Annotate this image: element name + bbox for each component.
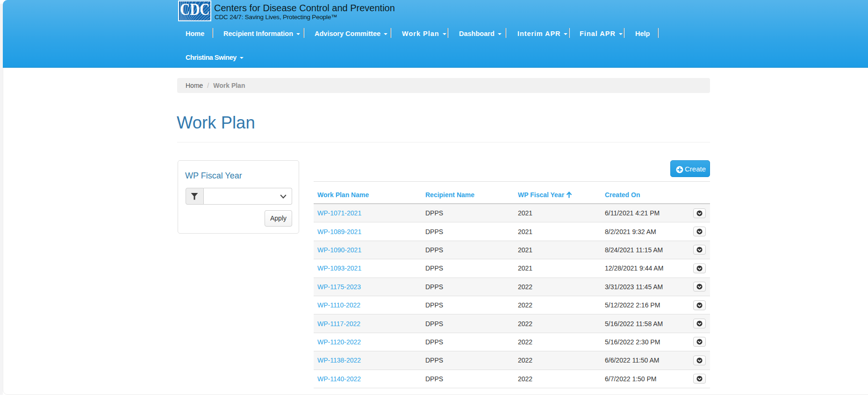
svg-text:CDC: CDC — [180, 0, 210, 19]
